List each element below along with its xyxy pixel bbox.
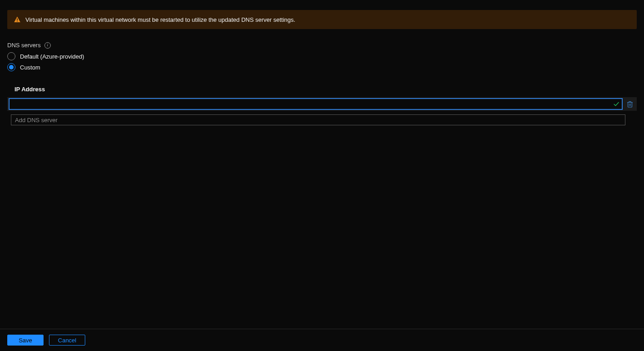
trash-icon [627, 101, 633, 108]
add-dns-server-row [7, 114, 637, 125]
delete-dns-server-button[interactable] [625, 99, 635, 109]
radio-default-azure[interactable]: Default (Azure-provided) [7, 52, 637, 60]
dns-mode-radio-group: Default (Azure-provided) Custom [7, 52, 637, 71]
ip-address-column-header: IP Address [7, 86, 637, 93]
footer: Save Cancel [0, 329, 644, 351]
svg-rect-1 [17, 21, 17, 21]
radio-label-default: Default (Azure-provided) [20, 53, 84, 60]
save-button[interactable]: Save [7, 335, 44, 346]
radio-indicator [7, 52, 15, 60]
radio-label-custom: Custom [20, 64, 40, 71]
warning-banner: Virtual machines within this virtual net… [7, 10, 637, 29]
dns-server-input[interactable] [9, 99, 622, 109]
dns-server-row [7, 97, 637, 111]
svg-rect-2 [628, 102, 632, 107]
cancel-button[interactable]: Cancel [49, 335, 85, 346]
warning-text: Virtual machines within this virtual net… [25, 16, 295, 23]
info-icon[interactable]: i [44, 42, 51, 49]
warning-triangle-icon [14, 16, 21, 23]
radio-custom[interactable]: Custom [7, 63, 637, 71]
dns-server-input-wrapper [9, 99, 622, 109]
add-dns-server-input[interactable] [11, 114, 625, 125]
svg-rect-0 [17, 19, 17, 21]
dns-servers-label-row: DNS servers i [7, 42, 637, 49]
ip-address-section: IP Address [7, 86, 637, 125]
dns-servers-label: DNS servers [7, 42, 41, 49]
radio-indicator-selected [7, 63, 15, 71]
